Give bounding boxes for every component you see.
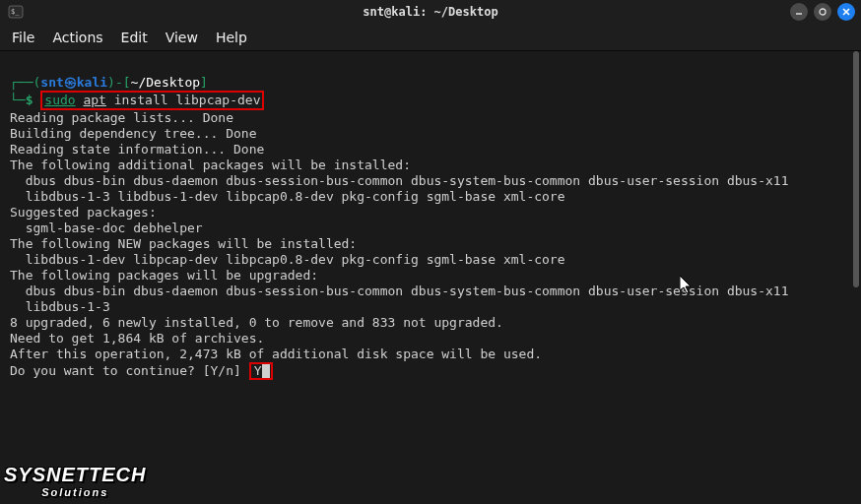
minimize-button[interactable] bbox=[790, 3, 808, 21]
terminal[interactable]: ┌──(snt㉿kali)-[~/Desktop] └─$ sudo apt i… bbox=[0, 51, 861, 504]
output-line: sgml-base-doc debhelper bbox=[10, 220, 203, 235]
svg-text:$_: $_ bbox=[11, 8, 20, 16]
output-line: 8 upgraded, 6 newly installed, 0 to remo… bbox=[10, 315, 503, 330]
output-line: The following NEW packages will be insta… bbox=[10, 236, 357, 251]
scrollbar-thumb[interactable] bbox=[853, 51, 859, 287]
menubar: File Actions Edit View Help bbox=[0, 24, 861, 51]
output-line: Reading package lists... Done bbox=[10, 110, 233, 125]
output-line: dbus dbus-bin dbus-daemon dbus-session-b… bbox=[10, 284, 789, 298]
output-line: After this operation, 2,473 kB of additi… bbox=[10, 346, 542, 361]
prompt-line2-prefix: └─ bbox=[10, 93, 26, 107]
watermark: SYSNETTECH Solutions bbox=[4, 464, 146, 498]
output-line: libdbus-1-dev libpcap-dev libpcap0.8-dev… bbox=[10, 252, 565, 267]
terminal-cursor bbox=[262, 364, 270, 378]
cmd-rest: install libpcap-dev bbox=[106, 93, 261, 107]
prompt-line1-close: ] bbox=[200, 75, 208, 90]
watermark-subtitle: Solutions bbox=[4, 486, 146, 498]
answer-y: Y bbox=[254, 363, 262, 378]
output-line: The following additional packages will b… bbox=[10, 158, 411, 172]
prompt-line1-sep: )-[ bbox=[107, 75, 130, 90]
prompt-dollar: $ bbox=[26, 93, 33, 107]
cmd-apt: apt bbox=[83, 93, 105, 107]
output-line: The following packages will be upgraded: bbox=[10, 268, 318, 283]
output-line: dbus dbus-bin dbus-daemon dbus-session-b… bbox=[10, 173, 789, 188]
scrollbar[interactable] bbox=[851, 51, 861, 504]
prompt-cwd: ~/Desktop bbox=[131, 75, 200, 90]
window-controls bbox=[790, 3, 855, 21]
menu-view[interactable]: View bbox=[166, 30, 198, 45]
continue-prompt: Do you want to continue? [Y/n] bbox=[10, 363, 249, 378]
output-line: libdbus-1-3 libdbus-1-dev libpcap0.8-dev… bbox=[10, 189, 565, 204]
watermark-title: SYSNETTECH bbox=[4, 464, 146, 485]
prompt-user-host: snt㉿kali bbox=[40, 75, 107, 90]
terminal-app-icon: $_ bbox=[8, 4, 24, 20]
close-button[interactable] bbox=[837, 3, 855, 21]
output-line: Suggested packages: bbox=[10, 205, 157, 220]
titlebar: $_ snt@kali: ~/Desktop bbox=[0, 0, 861, 24]
window-title: snt@kali: ~/Desktop bbox=[363, 5, 497, 19]
svg-point-3 bbox=[820, 9, 826, 15]
output-line: Need to get 1,864 kB of archives. bbox=[10, 331, 264, 346]
prompt-line1-open: ┌──( bbox=[10, 75, 40, 90]
output-line: Building dependency tree... Done bbox=[10, 126, 256, 141]
menu-edit[interactable]: Edit bbox=[121, 30, 148, 45]
menu-file[interactable]: File bbox=[12, 30, 34, 45]
menu-actions[interactable]: Actions bbox=[52, 30, 102, 45]
output-line: libdbus-1-3 bbox=[10, 299, 110, 314]
output-line: Reading state information... Done bbox=[10, 142, 264, 157]
menu-help[interactable]: Help bbox=[216, 30, 247, 45]
cmd-sudo: sudo bbox=[44, 93, 75, 107]
highlighted-answer: Y bbox=[249, 362, 274, 380]
maximize-button[interactable] bbox=[814, 3, 831, 21]
highlighted-command: sudo apt install libpcap-dev bbox=[40, 91, 264, 110]
terminal-wrap: ┌──(snt㉿kali)-[~/Desktop] └─$ sudo apt i… bbox=[0, 51, 861, 504]
